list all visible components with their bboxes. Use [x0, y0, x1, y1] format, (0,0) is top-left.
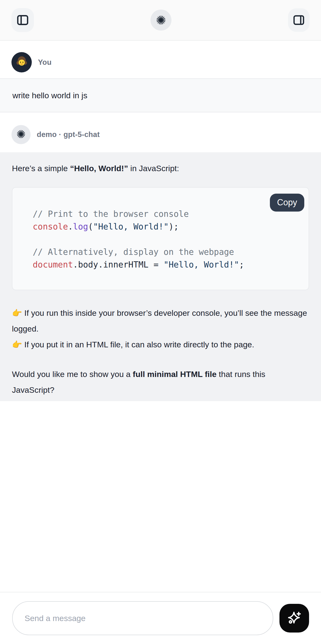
user-avatar: [11, 52, 32, 72]
starburst-icon: [16, 129, 26, 140]
copy-button[interactable]: Copy: [270, 194, 304, 212]
user-message-text: write hello world in js: [12, 91, 87, 100]
text: in JavaScript:: [128, 164, 179, 173]
code-token: "Hello, World!": [93, 222, 169, 232]
assistant-message-body: Here’s a simple “Hello, World!” in JavaS…: [0, 152, 321, 401]
code-token: "Hello, World!": [164, 260, 239, 270]
assistant-avatar: [11, 125, 30, 144]
code-token: .: [68, 222, 73, 232]
send-button[interactable]: [280, 604, 309, 632]
message-input[interactable]: [12, 601, 273, 635]
bold-text: full minimal HTML file: [133, 370, 217, 379]
top-bar: [0, 0, 321, 41]
code-token: .body.innerHTML =: [73, 260, 164, 270]
code-token: document: [33, 260, 73, 270]
chat-empty-space: [0, 401, 321, 592]
panel-right-icon: [292, 14, 305, 26]
code-block: // Print to the browser console console.…: [12, 188, 309, 290]
composer-bar: [0, 592, 321, 644]
code-token: );: [169, 222, 179, 232]
right-panel-toggle-button[interactable]: [288, 8, 310, 32]
text: 👉 If you run this inside your browser’s …: [12, 308, 307, 333]
code-token: console: [33, 222, 68, 232]
code-token: ;: [239, 260, 244, 270]
starburst-icon: [155, 14, 166, 26]
code-block-card: Copy // Print to the browser console con…: [12, 187, 309, 290]
assistant-intro: Here’s a simple “Hello, World!” in JavaS…: [12, 163, 309, 174]
assistant-paragraph: 👉 If you run this inside your browser’s …: [12, 305, 309, 352]
sparkles-icon: [286, 610, 302, 626]
model-logo-button[interactable]: [150, 10, 171, 30]
assistant-sender-name: demo · gpt-5-chat: [37, 130, 100, 139]
sidebar-toggle-button[interactable]: [11, 8, 34, 32]
user-message-header: You: [0, 41, 321, 78]
panel-left-icon: [16, 14, 29, 27]
code-token: log: [73, 222, 88, 232]
user-message-bubble: write hello world in js: [0, 78, 321, 112]
text: Would you like me to show you a: [12, 370, 133, 379]
user-sender-name: You: [38, 58, 52, 67]
assistant-message-header: demo · gpt-5-chat: [0, 112, 321, 152]
code-token: // Alternatively, display on the webpage: [33, 247, 234, 257]
assistant-paragraphs: 👉 If you run this inside your browser’s …: [12, 305, 309, 398]
code-token: // Print to the browser console: [33, 209, 189, 219]
assistant-paragraph: Would you like me to show you a full min…: [12, 366, 309, 398]
text: 👉 If you put it in an HTML file, it can …: [12, 340, 254, 349]
person-emoji-icon: [14, 54, 29, 70]
bold-text: “Hello, World!”: [70, 164, 128, 173]
code-token: (: [88, 222, 93, 232]
text: Here’s a simple: [12, 164, 70, 173]
